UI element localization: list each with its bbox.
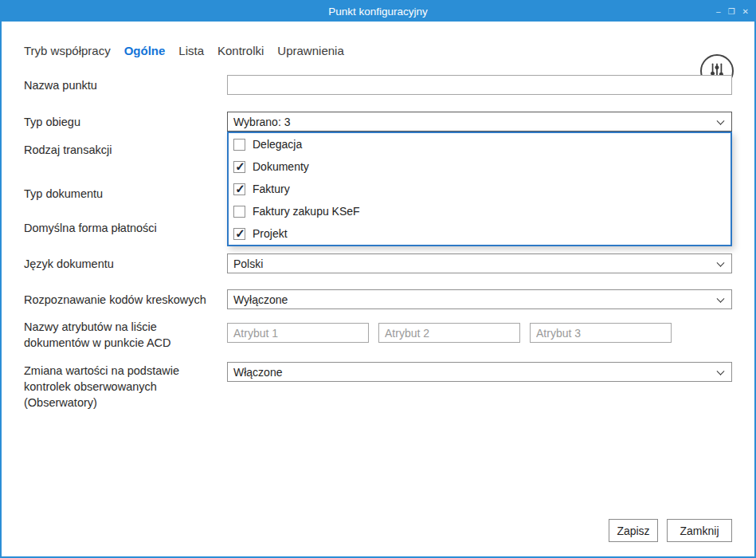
checkbox-faktury-ksef[interactable] [233, 206, 245, 218]
label-atrybuty: Nazwy atrybutów na liście dokumentów w p… [24, 319, 225, 351]
save-button[interactable]: Zapisz [609, 519, 658, 542]
jezyk-dokumentu-combobox[interactable]: Polski [227, 253, 732, 273]
nazwa-punktu-input[interactable] [227, 75, 732, 95]
close-button[interactable]: Zamknij [667, 519, 732, 542]
dropdown-option-label: Delegacja [253, 138, 302, 151]
atrybut-1-input[interactable] [227, 323, 369, 343]
config-point-dialog: Punkt konfiguracyjny – ❐ ✕ Tryb współpra… [0, 0, 756, 558]
dropdown-option-label: Faktury [253, 183, 290, 195]
tab-kontrolki[interactable]: Kontrolki [217, 44, 264, 57]
typ-obiegu-dropdown: Delegacja Dokumenty Faktury Faktury zaku… [227, 132, 732, 246]
jezyk-dokumentu-value: Polski [233, 257, 263, 270]
window-title: Punkt konfiguracyjny [328, 6, 428, 18]
typ-obiegu-value: Wybrano: 3 [233, 116, 290, 128]
kody-kreskowe-value: Wyłączone [233, 293, 288, 306]
label-typ-dokumentu: Typ dokumentu [24, 186, 225, 202]
checkbox-projekt[interactable] [233, 228, 245, 240]
chevron-down-icon [717, 367, 725, 375]
tab-lista[interactable]: Lista [178, 44, 204, 57]
tab-tryb-wspolpracy[interactable]: Tryb współpracy [24, 44, 111, 57]
obserwatory-value: Włączone [233, 366, 282, 379]
chevron-down-icon [717, 116, 725, 124]
label-domyslna-forma-platnosci: Domyślna forma płatności [24, 220, 225, 236]
kody-kreskowe-combobox[interactable]: Wyłączone [227, 289, 732, 309]
atrybut-2-input[interactable] [378, 323, 520, 343]
dropdown-option-label: Faktury zakupu KSeF [253, 205, 360, 218]
checkbox-dokumenty[interactable] [233, 161, 245, 173]
atrybut-3-input[interactable] [530, 323, 672, 343]
label-obserwatory: Zmiana wartości na podstawie kontrolek o… [24, 363, 225, 411]
checkbox-faktury[interactable] [233, 183, 245, 195]
window-controls: – ❐ ✕ [716, 2, 749, 22]
dropdown-option-faktury-ksef[interactable]: Faktury zakupu KSeF [229, 200, 731, 222]
label-typ-obiegu: Typ obiegu [24, 114, 225, 130]
label-kody-kreskowe: Rozpoznawanie kodów kreskowych [24, 292, 225, 308]
label-jezyk-dokumentu: Język dokumentu [24, 256, 225, 272]
dropdown-option-delegacja[interactable]: Delegacja [229, 133, 731, 155]
maximize-icon[interactable]: ❐ [728, 8, 735, 16]
dropdown-option-dokumenty[interactable]: Dokumenty [229, 155, 731, 178]
typ-obiegu-combobox[interactable]: Wybrano: 3 [227, 112, 732, 132]
close-icon[interactable]: ✕ [742, 8, 749, 16]
dropdown-option-faktury[interactable]: Faktury [229, 178, 731, 200]
label-nazwa-punktu: Nazwa punktu [24, 77, 225, 93]
tab-ogolne[interactable]: Ogólne [124, 44, 166, 57]
tab-bar: Tryb współpracy Ogólne Lista Kontrolki U… [24, 44, 344, 57]
label-rodzaj-transakcji: Rodzaj transakcji [24, 142, 225, 158]
chevron-down-icon [717, 258, 725, 266]
minimize-icon[interactable]: – [716, 8, 721, 16]
titlebar[interactable]: Punkt konfiguracyjny – ❐ ✕ [2, 2, 754, 22]
dropdown-option-projekt[interactable]: Projekt [229, 222, 731, 245]
dropdown-option-label: Dokumenty [253, 160, 309, 173]
tab-uprawnienia[interactable]: Uprawnienia [277, 44, 343, 57]
obserwatory-combobox[interactable]: Włączone [227, 362, 732, 382]
dropdown-option-label: Projekt [253, 227, 288, 240]
checkbox-delegacja[interactable] [233, 139, 245, 151]
chevron-down-icon [717, 294, 725, 302]
